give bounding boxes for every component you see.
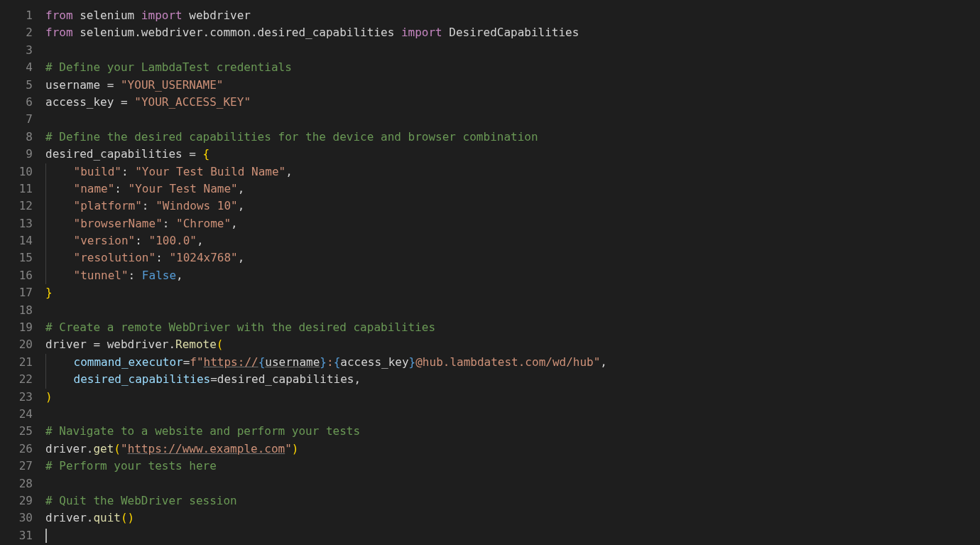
line-number: 17 bbox=[0, 284, 33, 301]
code-token: https://www.example.com bbox=[128, 442, 285, 455]
code-token: access_key bbox=[45, 95, 121, 109]
code-line[interactable]: from selenium.webdriver.common.desired_c… bbox=[45, 24, 980, 41]
code-token bbox=[45, 180, 74, 198]
code-line[interactable]: "version": "100.0", bbox=[45, 232, 980, 249]
code-line[interactable]: # Create a remote WebDriver with the des… bbox=[45, 319, 980, 336]
code-token: selenium.webdriver.common.desired_capabi… bbox=[73, 26, 401, 39]
code-line[interactable] bbox=[45, 406, 980, 423]
code-token: ( bbox=[217, 338, 224, 351]
line-number: 28 bbox=[0, 475, 33, 492]
code-line[interactable]: ) bbox=[45, 389, 980, 406]
code-line[interactable]: "tunnel": False, bbox=[45, 267, 980, 284]
code-token: import bbox=[401, 26, 442, 39]
code-line[interactable]: desired_capabilities=desired_capabilitie… bbox=[45, 371, 980, 388]
code-token: , bbox=[285, 165, 293, 178]
code-line[interactable]: driver = webdriver.Remote( bbox=[45, 336, 980, 353]
code-token: ) bbox=[45, 390, 53, 404]
code-line[interactable]: # Define your LambdaTest credentials bbox=[45, 59, 980, 76]
code-token bbox=[45, 163, 74, 180]
code-line[interactable]: "build": "Your Test Build Name", bbox=[45, 163, 980, 180]
code-token bbox=[196, 147, 203, 161]
code-token: "100.0" bbox=[149, 234, 197, 247]
line-number-gutter: 1234567891011121314151617181920212223242… bbox=[0, 7, 45, 545]
code-token: command_executor bbox=[74, 355, 183, 369]
code-line[interactable]: "platform": "Windows 10", bbox=[45, 198, 980, 215]
code-token: access_key bbox=[340, 355, 408, 369]
code-token: "YOUR_USERNAME" bbox=[121, 78, 224, 92]
code-token: quit bbox=[93, 511, 121, 524]
code-token: import bbox=[141, 9, 183, 22]
line-number: 16 bbox=[0, 267, 33, 284]
code-line[interactable] bbox=[45, 302, 980, 319]
code-token: "version" bbox=[74, 234, 136, 247]
code-token: "tunnel" bbox=[74, 269, 129, 282]
code-token: # Perform your tests here bbox=[45, 459, 217, 473]
code-token: "Chrome" bbox=[176, 217, 231, 230]
code-editor[interactable]: 1234567891011121314151617181920212223242… bbox=[0, 0, 980, 545]
line-number: 2 bbox=[0, 24, 33, 41]
code-token bbox=[45, 215, 74, 232]
line-number: 21 bbox=[0, 354, 33, 371]
code-line[interactable]: # Quit the WebDriver session bbox=[45, 492, 980, 509]
code-line[interactable]: # Perform your tests here bbox=[45, 458, 980, 475]
line-number: 8 bbox=[0, 129, 33, 146]
code-token: webdriver. bbox=[100, 338, 175, 351]
code-token: } bbox=[45, 286, 53, 299]
code-token: " bbox=[121, 442, 128, 455]
code-line[interactable]: # Navigate to a website and perform your… bbox=[45, 423, 980, 440]
line-number: 23 bbox=[0, 389, 33, 406]
code-token: driver. bbox=[45, 442, 93, 455]
code-line[interactable]: access_key = "YOUR_ACCESS_KEY" bbox=[45, 94, 980, 111]
line-number: 19 bbox=[0, 319, 33, 336]
line-number: 11 bbox=[0, 180, 33, 198]
code-token: , bbox=[354, 372, 361, 386]
code-token: desired_capabilities bbox=[74, 372, 211, 386]
line-number: 13 bbox=[0, 215, 33, 232]
code-line[interactable] bbox=[45, 527, 980, 544]
line-number: 14 bbox=[0, 232, 33, 249]
code-line[interactable] bbox=[45, 42, 980, 59]
code-token: selenium bbox=[73, 9, 141, 22]
code-line[interactable]: "browserName": "Chrome", bbox=[45, 215, 980, 232]
line-number: 18 bbox=[0, 302, 33, 319]
code-token: : bbox=[156, 251, 169, 264]
code-token: , bbox=[197, 234, 204, 247]
text-cursor bbox=[45, 529, 47, 543]
code-line[interactable]: from selenium import webdriver bbox=[45, 7, 980, 24]
code-token bbox=[45, 371, 74, 388]
code-token: " bbox=[197, 355, 204, 369]
code-token: username bbox=[45, 78, 107, 92]
code-token: ) bbox=[128, 511, 135, 524]
code-token bbox=[45, 354, 74, 371]
code-token: , bbox=[238, 251, 245, 264]
code-line[interactable]: "name": "Your Test Name", bbox=[45, 180, 980, 198]
line-number: 27 bbox=[0, 458, 33, 475]
code-line[interactable]: # Define the desired capabilities for th… bbox=[45, 129, 980, 146]
code-line[interactable]: desired_capabilities = { bbox=[45, 146, 980, 163]
code-token: = bbox=[210, 372, 217, 386]
code-token: } bbox=[409, 355, 416, 369]
code-line[interactable]: command_executor=f"https://{username}:{a… bbox=[45, 354, 980, 371]
code-line[interactable]: driver.quit() bbox=[45, 509, 980, 527]
code-token: username bbox=[265, 355, 320, 369]
code-token: from bbox=[45, 9, 73, 22]
code-token: : bbox=[327, 355, 334, 369]
code-token: "platform" bbox=[74, 199, 142, 212]
code-token: Remote bbox=[175, 338, 217, 351]
code-line[interactable]: driver.get("https://www.example.com") bbox=[45, 441, 980, 458]
code-line[interactable]: "resolution": "1024x768", bbox=[45, 249, 980, 266]
code-line[interactable] bbox=[45, 111, 980, 128]
code-token: driver. bbox=[45, 511, 93, 524]
code-token: " bbox=[285, 442, 292, 455]
code-token: # Define your LambdaTest credentials bbox=[45, 60, 292, 74]
line-number: 7 bbox=[0, 111, 33, 128]
code-line[interactable]: } bbox=[45, 284, 980, 301]
code-line[interactable]: username = "YOUR_USERNAME" bbox=[45, 77, 980, 94]
line-number: 9 bbox=[0, 146, 33, 163]
code-line[interactable] bbox=[45, 475, 980, 492]
line-number: 31 bbox=[0, 527, 33, 544]
code-token: ( bbox=[114, 442, 121, 455]
code-token: from bbox=[45, 26, 73, 39]
code-token: = bbox=[189, 147, 196, 161]
code-area[interactable]: from selenium import webdriverfrom selen… bbox=[45, 7, 980, 545]
